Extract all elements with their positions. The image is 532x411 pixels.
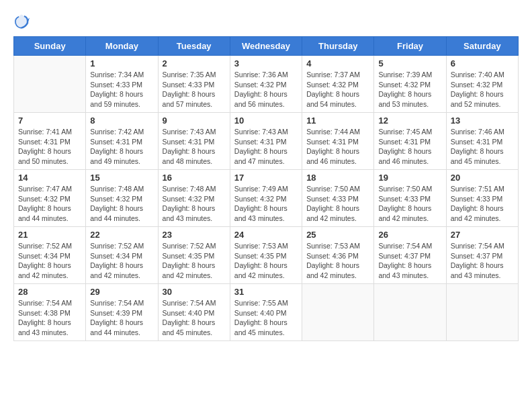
header	[13, 13, 519, 30]
calendar-cell: 11Sunrise: 7:44 AM Sunset: 4:31 PM Dayli…	[302, 113, 374, 170]
day-info: Sunrise: 7:42 AM Sunset: 4:31 PM Dayligh…	[90, 127, 153, 167]
calendar-cell: 8Sunrise: 7:42 AM Sunset: 4:31 PM Daylig…	[86, 113, 158, 170]
calendar-cell: 22Sunrise: 7:52 AM Sunset: 4:34 PM Dayli…	[86, 227, 158, 284]
day-info: Sunrise: 7:36 AM Sunset: 4:32 PM Dayligh…	[234, 70, 298, 109]
calendar-cell	[14, 56, 86, 113]
calendar-cell: 14Sunrise: 7:47 AM Sunset: 4:32 PM Dayli…	[14, 170, 86, 227]
day-number: 23	[163, 230, 226, 240]
calendar-cell: 12Sunrise: 7:45 AM Sunset: 4:31 PM Dayli…	[374, 113, 446, 170]
day-number: 28	[18, 287, 81, 297]
day-info: Sunrise: 7:48 AM Sunset: 4:32 PM Dayligh…	[163, 184, 226, 224]
weekday-header-sunday: Sunday	[14, 37, 86, 56]
day-info: Sunrise: 7:44 AM Sunset: 4:31 PM Dayligh…	[306, 127, 369, 167]
day-number: 26	[378, 230, 441, 240]
calendar-cell: 24Sunrise: 7:53 AM Sunset: 4:35 PM Dayli…	[230, 227, 302, 284]
day-number: 10	[234, 116, 298, 126]
logo	[13, 13, 32, 30]
day-info: Sunrise: 7:37 AM Sunset: 4:32 PM Dayligh…	[306, 70, 369, 109]
day-number: 7	[18, 116, 81, 126]
weekday-header-saturday: Saturday	[446, 37, 518, 56]
calendar-cell: 4Sunrise: 7:37 AM Sunset: 4:32 PM Daylig…	[302, 56, 374, 113]
day-number: 8	[90, 116, 153, 126]
calendar-cell: 13Sunrise: 7:46 AM Sunset: 4:31 PM Dayli…	[446, 113, 518, 170]
calendar-cell: 19Sunrise: 7:50 AM Sunset: 4:33 PM Dayli…	[374, 170, 446, 227]
week-row-2: 7Sunrise: 7:41 AM Sunset: 4:31 PM Daylig…	[14, 113, 519, 170]
calendar-cell: 23Sunrise: 7:52 AM Sunset: 4:35 PM Dayli…	[158, 227, 230, 284]
weekday-header-tuesday: Tuesday	[158, 37, 230, 56]
day-number: 22	[90, 230, 153, 240]
calendar-cell: 5Sunrise: 7:39 AM Sunset: 4:32 PM Daylig…	[374, 56, 446, 113]
calendar-cell	[446, 284, 518, 341]
generalblue-logo-icon	[13, 13, 30, 30]
day-info: Sunrise: 7:52 AM Sunset: 4:34 PM Dayligh…	[18, 241, 81, 281]
calendar-cell: 16Sunrise: 7:48 AM Sunset: 4:32 PM Dayli…	[158, 170, 230, 227]
calendar-cell: 1Sunrise: 7:34 AM Sunset: 4:33 PM Daylig…	[86, 56, 158, 113]
day-number: 2	[163, 58, 226, 68]
day-info: Sunrise: 7:54 AM Sunset: 4:38 PM Dayligh…	[18, 298, 81, 338]
day-number: 27	[451, 230, 514, 240]
day-number: 1	[90, 58, 153, 68]
calendar-cell: 20Sunrise: 7:51 AM Sunset: 4:33 PM Dayli…	[446, 170, 518, 227]
calendar-cell: 6Sunrise: 7:40 AM Sunset: 4:32 PM Daylig…	[446, 56, 518, 113]
calendar-cell: 30Sunrise: 7:54 AM Sunset: 4:40 PM Dayli…	[158, 284, 230, 341]
calendar-cell: 3Sunrise: 7:36 AM Sunset: 4:32 PM Daylig…	[230, 56, 302, 113]
day-info: Sunrise: 7:54 AM Sunset: 4:37 PM Dayligh…	[451, 241, 514, 281]
day-info: Sunrise: 7:43 AM Sunset: 4:31 PM Dayligh…	[163, 127, 226, 167]
week-row-1: 1Sunrise: 7:34 AM Sunset: 4:33 PM Daylig…	[14, 56, 519, 113]
day-number: 4	[306, 58, 369, 68]
calendar-cell	[302, 284, 374, 341]
day-info: Sunrise: 7:48 AM Sunset: 4:32 PM Dayligh…	[90, 184, 153, 224]
day-number: 18	[306, 173, 369, 183]
day-number: 25	[306, 230, 369, 240]
day-number: 11	[306, 116, 369, 126]
day-number: 5	[378, 58, 441, 68]
day-info: Sunrise: 7:34 AM Sunset: 4:33 PM Dayligh…	[90, 70, 153, 109]
calendar-header-row: SundayMondayTuesdayWednesdayThursdayFrid…	[14, 37, 519, 56]
weekday-header-wednesday: Wednesday	[230, 37, 302, 56]
day-info: Sunrise: 7:35 AM Sunset: 4:33 PM Dayligh…	[163, 70, 226, 109]
calendar-cell	[374, 284, 446, 341]
calendar-cell: 9Sunrise: 7:43 AM Sunset: 4:31 PM Daylig…	[158, 113, 230, 170]
weekday-header-thursday: Thursday	[302, 37, 374, 56]
calendar-cell: 29Sunrise: 7:54 AM Sunset: 4:39 PM Dayli…	[86, 284, 158, 341]
calendar-cell: 28Sunrise: 7:54 AM Sunset: 4:38 PM Dayli…	[14, 284, 86, 341]
day-info: Sunrise: 7:46 AM Sunset: 4:31 PM Dayligh…	[451, 127, 514, 167]
calendar-cell: 18Sunrise: 7:50 AM Sunset: 4:33 PM Dayli…	[302, 170, 374, 227]
calendar-cell: 21Sunrise: 7:52 AM Sunset: 4:34 PM Dayli…	[14, 227, 86, 284]
calendar-cell: 26Sunrise: 7:54 AM Sunset: 4:37 PM Dayli…	[374, 227, 446, 284]
day-info: Sunrise: 7:54 AM Sunset: 4:39 PM Dayligh…	[90, 298, 153, 338]
day-number: 15	[90, 173, 153, 183]
calendar-cell: 15Sunrise: 7:48 AM Sunset: 4:32 PM Dayli…	[86, 170, 158, 227]
day-number: 24	[234, 230, 298, 240]
calendar-table: SundayMondayTuesdayWednesdayThursdayFrid…	[13, 36, 519, 341]
day-info: Sunrise: 7:50 AM Sunset: 4:33 PM Dayligh…	[378, 184, 441, 224]
day-number: 13	[451, 116, 514, 126]
day-info: Sunrise: 7:52 AM Sunset: 4:35 PM Dayligh…	[163, 241, 226, 281]
day-number: 12	[378, 116, 441, 126]
day-info: Sunrise: 7:47 AM Sunset: 4:32 PM Dayligh…	[18, 184, 81, 224]
calendar-cell: 2Sunrise: 7:35 AM Sunset: 4:33 PM Daylig…	[158, 56, 230, 113]
calendar-cell: 27Sunrise: 7:54 AM Sunset: 4:37 PM Dayli…	[446, 227, 518, 284]
day-number: 19	[378, 173, 441, 183]
page-container: SundayMondayTuesdayWednesdayThursdayFrid…	[13, 13, 519, 341]
day-number: 3	[234, 58, 298, 68]
weekday-header-friday: Friday	[374, 37, 446, 56]
week-row-4: 21Sunrise: 7:52 AM Sunset: 4:34 PM Dayli…	[14, 227, 519, 284]
day-info: Sunrise: 7:39 AM Sunset: 4:32 PM Dayligh…	[378, 70, 441, 109]
day-info: Sunrise: 7:54 AM Sunset: 4:40 PM Dayligh…	[163, 298, 226, 338]
day-info: Sunrise: 7:53 AM Sunset: 4:35 PM Dayligh…	[234, 241, 298, 281]
day-info: Sunrise: 7:54 AM Sunset: 4:37 PM Dayligh…	[378, 241, 441, 281]
calendar-cell: 10Sunrise: 7:43 AM Sunset: 4:31 PM Dayli…	[230, 113, 302, 170]
day-info: Sunrise: 7:55 AM Sunset: 4:40 PM Dayligh…	[234, 298, 298, 338]
day-info: Sunrise: 7:43 AM Sunset: 4:31 PM Dayligh…	[234, 127, 298, 167]
day-info: Sunrise: 7:40 AM Sunset: 4:32 PM Dayligh…	[451, 70, 514, 109]
day-number: 20	[451, 173, 514, 183]
day-info: Sunrise: 7:45 AM Sunset: 4:31 PM Dayligh…	[378, 127, 441, 167]
day-number: 6	[451, 58, 514, 68]
day-number: 14	[18, 173, 81, 183]
day-info: Sunrise: 7:52 AM Sunset: 4:34 PM Dayligh…	[90, 241, 153, 281]
day-number: 17	[234, 173, 298, 183]
day-number: 31	[234, 287, 298, 297]
weekday-header-monday: Monday	[86, 37, 158, 56]
day-number: 21	[18, 230, 81, 240]
